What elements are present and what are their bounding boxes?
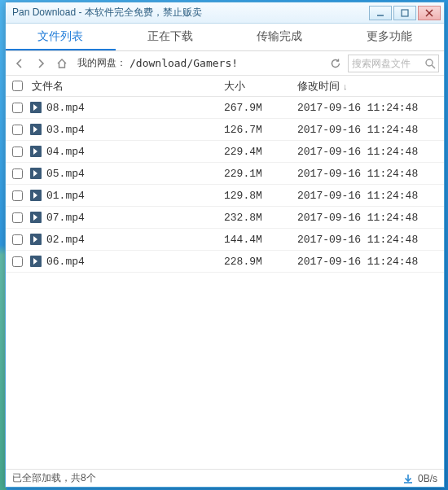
status-loaded: 已全部加载，共8个 bbox=[12, 471, 96, 485]
table-row[interactable]: 01.mp4129.8M2017-09-16 11:24:48 bbox=[6, 185, 444, 207]
table-row[interactable]: 06.mp4228.9M2017-09-16 11:24:48 bbox=[6, 251, 444, 273]
tab-filelist[interactable]: 文件列表 bbox=[6, 24, 116, 50]
search-input[interactable] bbox=[352, 58, 424, 69]
status-speed: 0B/s bbox=[418, 473, 437, 484]
file-mtime: 2017-09-16 11:24:48 bbox=[297, 102, 437, 114]
table-row[interactable]: 08.mp4267.9M2017-09-16 11:24:48 bbox=[6, 97, 444, 119]
video-file-icon bbox=[29, 167, 43, 180]
row-checkbox[interactable] bbox=[12, 212, 29, 223]
file-size: 228.9M bbox=[224, 256, 297, 268]
file-mtime: 2017-09-16 11:24:48 bbox=[297, 234, 437, 246]
file-name: 06.mp4 bbox=[46, 256, 224, 268]
file-name: 04.mp4 bbox=[46, 146, 224, 158]
table-row[interactable]: 04.mp4229.4M2017-09-16 11:24:48 bbox=[6, 141, 444, 163]
tab-downloading[interactable]: 正在下载 bbox=[116, 24, 226, 50]
row-checkbox[interactable] bbox=[12, 168, 29, 179]
video-file-icon bbox=[29, 233, 43, 246]
col-size[interactable]: 大小 bbox=[224, 79, 297, 94]
file-size: 267.9M bbox=[224, 102, 297, 114]
file-size: 229.1M bbox=[224, 168, 297, 180]
file-name: 08.mp4 bbox=[46, 102, 224, 114]
maximize-button[interactable] bbox=[393, 6, 416, 20]
back-button[interactable] bbox=[11, 55, 29, 72]
sort-desc-icon: ↓ bbox=[343, 81, 348, 91]
file-size: 229.4M bbox=[224, 146, 297, 158]
video-file-icon bbox=[29, 101, 43, 114]
search-box[interactable] bbox=[348, 55, 439, 72]
titlebar[interactable]: Pan Download - 本软件完全免费，禁止贩卖 bbox=[6, 2, 444, 24]
video-file-icon bbox=[29, 211, 43, 224]
file-name: 01.mp4 bbox=[46, 190, 224, 202]
row-checkbox[interactable] bbox=[12, 234, 29, 245]
tab-more[interactable]: 更多功能 bbox=[335, 24, 445, 50]
table-row[interactable]: 02.mp4144.4M2017-09-16 11:24:48 bbox=[6, 229, 444, 251]
minimize-button[interactable] bbox=[369, 6, 392, 20]
path-value[interactable]: /download/Gamers! bbox=[130, 57, 238, 69]
table-row[interactable]: 03.mp4126.7M2017-09-16 11:24:48 bbox=[6, 119, 444, 141]
row-checkbox[interactable] bbox=[12, 256, 29, 267]
file-name: 07.mp4 bbox=[46, 212, 224, 224]
window-title: Pan Download - 本软件完全免费，禁止贩卖 bbox=[12, 6, 367, 20]
file-list[interactable]: 08.mp4267.9M2017-09-16 11:24:4803.mp4126… bbox=[6, 97, 444, 469]
file-size: 129.8M bbox=[224, 190, 297, 202]
row-checkbox[interactable] bbox=[12, 103, 29, 113]
file-mtime: 2017-09-16 11:24:48 bbox=[297, 124, 437, 136]
select-all-checkbox[interactable] bbox=[12, 81, 29, 91]
table-row[interactable]: 07.mp4232.8M2017-09-16 11:24:48 bbox=[6, 207, 444, 229]
status-bar: 已全部加载，共8个 0B/s bbox=[6, 469, 444, 487]
toolbar: 我的网盘： /download/Gamers! bbox=[6, 51, 444, 76]
file-mtime: 2017-09-16 11:24:48 bbox=[297, 256, 437, 268]
refresh-button[interactable] bbox=[327, 55, 345, 72]
file-mtime: 2017-09-16 11:24:48 bbox=[297, 146, 437, 158]
file-name: 05.mp4 bbox=[46, 168, 224, 180]
file-mtime: 2017-09-16 11:24:48 bbox=[297, 168, 437, 180]
row-checkbox[interactable] bbox=[12, 190, 29, 201]
app-window: Pan Download - 本软件完全免费，禁止贩卖 文件列表正在下载传输完成… bbox=[5, 2, 445, 488]
video-file-icon bbox=[29, 189, 43, 202]
file-mtime: 2017-09-16 11:24:48 bbox=[297, 190, 437, 202]
video-file-icon bbox=[29, 123, 43, 136]
row-checkbox[interactable] bbox=[12, 125, 29, 135]
col-name[interactable]: 文件名 bbox=[29, 79, 224, 94]
home-button[interactable] bbox=[53, 55, 71, 72]
col-mtime[interactable]: 修改时间↓ bbox=[297, 79, 437, 94]
row-checkbox[interactable] bbox=[12, 147, 29, 157]
svg-point-4 bbox=[426, 59, 433, 66]
download-icon bbox=[403, 474, 413, 483]
file-size: 232.8M bbox=[224, 212, 297, 224]
file-size: 126.7M bbox=[224, 124, 297, 136]
video-file-icon bbox=[29, 255, 43, 268]
file-mtime: 2017-09-16 11:24:48 bbox=[297, 212, 437, 224]
path-label: 我的网盘： bbox=[77, 56, 126, 70]
video-file-icon bbox=[29, 145, 43, 158]
table-row[interactable]: 05.mp4229.1M2017-09-16 11:24:48 bbox=[6, 163, 444, 185]
svg-line-5 bbox=[432, 65, 435, 68]
file-size: 144.4M bbox=[224, 234, 297, 246]
svg-rect-1 bbox=[402, 10, 408, 16]
forward-button[interactable] bbox=[32, 55, 50, 72]
file-name: 02.mp4 bbox=[46, 234, 224, 246]
search-icon[interactable] bbox=[424, 58, 436, 69]
close-button[interactable] bbox=[418, 6, 441, 20]
tab-bar: 文件列表正在下载传输完成更多功能 bbox=[6, 24, 444, 51]
table-header: 文件名 大小 修改时间↓ bbox=[6, 76, 444, 97]
tab-done[interactable]: 传输完成 bbox=[225, 24, 335, 50]
file-name: 03.mp4 bbox=[46, 124, 224, 136]
